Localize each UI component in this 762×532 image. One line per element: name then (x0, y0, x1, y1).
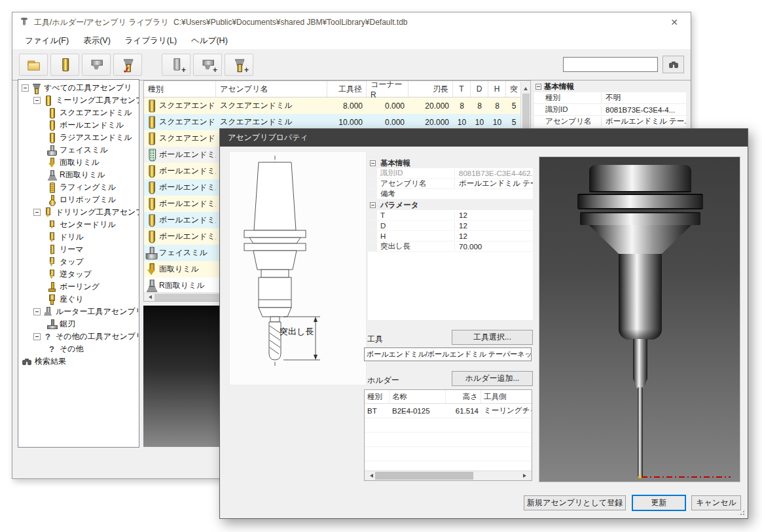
tree-item[interactable]: ラフィングミル (18, 181, 139, 194)
render-3d-panel[interactable] (539, 156, 740, 482)
tree-item[interactable]: フェイスミル (18, 144, 139, 156)
table-header[interactable]: 種別アセンブリ名工具径コーナーR刃長TDH突 (144, 81, 530, 98)
tree-item[interactable]: ボーリング (18, 281, 139, 293)
tree-item[interactable]: ラジアスエンドミル (18, 132, 139, 144)
tree-item[interactable]: R面取りミル (18, 169, 139, 181)
tree-item[interactable]: ルーター工具アセンブリ (18, 306, 139, 318)
tree-item[interactable]: 面取りミル (18, 156, 139, 169)
tree-item[interactable]: タップ (18, 256, 139, 268)
menu-item[interactable]: ライブラリ(L) (118, 33, 184, 49)
toolbar-button[interactable] (113, 54, 142, 76)
property-value[interactable]: 12 (454, 232, 533, 240)
register-new-assembly-button[interactable]: 新規アセンブリとして登録 (524, 495, 626, 510)
column-header[interactable]: 刃長 (408, 81, 453, 97)
info-section-header[interactable]: 基本情報 (534, 80, 686, 92)
scroll-thumb[interactable] (522, 94, 530, 130)
tree-expander-icon[interactable] (33, 209, 41, 216)
window-titlebar[interactable]: 工具/ホルダー/アセンブリ ライブラリ C:¥Users¥Public¥Docu… (12, 12, 691, 32)
collapse-icon[interactable] (535, 84, 541, 90)
collapse-icon[interactable] (370, 202, 376, 208)
update-button[interactable]: 更新 (632, 495, 686, 511)
dialog-titlebar[interactable]: アセンブリプロパティ (220, 129, 748, 147)
holder-row[interactable]: BT B2E4-0125 61.514 ミーリングチャック (365, 404, 532, 418)
property-row[interactable]: 基本情報 (368, 158, 533, 168)
toolbar-button[interactable] (50, 54, 79, 76)
info-row[interactable]: アセンブリ名 ボールエンドミル テー... (534, 116, 686, 128)
toolbar-button[interactable] (162, 54, 190, 76)
holder-column-header[interactable]: 高さ (446, 390, 481, 403)
menu-item[interactable]: ヘルプ(H) (184, 33, 235, 49)
collapse-icon[interactable] (370, 160, 376, 166)
close-button[interactable]: ✕ (662, 12, 687, 32)
property-value[interactable]: 12 (454, 211, 533, 219)
tree-item[interactable]: センタードリル (18, 219, 139, 231)
tree-item[interactable]: 座ぐり (18, 293, 139, 306)
holder-column-header[interactable]: 種別 (365, 390, 390, 403)
tree-expander-icon[interactable] (22, 84, 29, 92)
property-value[interactable]: 70.000 (454, 243, 533, 251)
tree-item[interactable]: ボールエンドミル (18, 119, 139, 132)
tool-field[interactable]: ボールエンドミル/ボールエンドミル テーパーネック/径(2) (364, 347, 532, 361)
toolbar-button[interactable] (19, 54, 48, 76)
property-row[interactable]: アセンブリ名 ボールエンドミル テーパ... (368, 179, 533, 189)
tree-item[interactable]: 検索結果 (18, 355, 139, 368)
tool-select-button[interactable]: 工具選択... (452, 330, 533, 345)
info-row[interactable]: 識別ID 8081B73E-C3E4-4... (534, 104, 686, 116)
property-row[interactable]: 備考 (368, 189, 533, 200)
tree-item[interactable]: ミーリング工具アセンブリ (18, 94, 139, 107)
toolbar-button[interactable] (225, 54, 253, 76)
search-input[interactable] (563, 57, 658, 72)
tree-item[interactable]: ロリポップミル (18, 194, 139, 206)
property-row[interactable]: 識別ID 8081B73E-C3E4-462... (368, 168, 533, 179)
toolbar-button[interactable] (193, 54, 222, 76)
scroll-up-icon[interactable] (524, 85, 528, 90)
info-row[interactable]: 種別 不明 (534, 92, 686, 104)
holder-table-header[interactable]: 種別名称高さ工具側 (365, 390, 532, 404)
column-header[interactable]: D (471, 81, 488, 97)
toolbar-button[interactable] (82, 54, 111, 76)
tree-item[interactable]: ドリリング工具アセンブリ (18, 206, 139, 219)
holder-column-header[interactable]: 名称 (390, 390, 446, 403)
property-value[interactable]: 8081B73E-C3E4-462... (454, 169, 533, 177)
tree-expander-icon[interactable] (33, 333, 41, 340)
scroll-left-icon[interactable] (368, 474, 373, 478)
scroll-thumb[interactable] (375, 472, 473, 480)
cancel-button[interactable]: キャンセル (691, 495, 741, 510)
tree-item[interactable]: スクエアエンドミル (18, 107, 139, 119)
property-row[interactable]: T 12 (368, 210, 533, 221)
tree-item[interactable]: すべての工具アセンブリ (18, 82, 139, 94)
column-header[interactable]: アセンブリ名 (216, 81, 327, 97)
scroll-right-icon[interactable] (523, 474, 528, 478)
scroll-left-icon[interactable] (147, 295, 152, 299)
tree-expander-icon[interactable] (33, 308, 41, 315)
tree-item[interactable]: 逆タップ (18, 268, 139, 281)
tree-item[interactable]: ドリル (18, 231, 139, 243)
holder-table-scrollbar[interactable] (365, 470, 532, 480)
column-header[interactable]: T (453, 81, 471, 97)
column-header[interactable]: H (488, 81, 506, 97)
column-header[interactable]: 突 (506, 81, 522, 97)
holder-column-header[interactable]: 工具側 (481, 390, 532, 403)
column-header[interactable]: 種別 (144, 81, 216, 97)
property-value[interactable]: ボールエンドミル テーパ... (454, 179, 533, 188)
table-row[interactable]: スクエアエンドミル スクエアエンドミル 8.000 0.000 20.000 8… (144, 98, 530, 114)
grid-gutter (368, 241, 377, 251)
tree-item[interactable]: リーマ (18, 243, 139, 256)
search-button[interactable] (662, 56, 684, 73)
tree-item[interactable]: その他 (18, 343, 139, 355)
holder-add-button[interactable]: ホルダー追加... (452, 371, 533, 386)
tool-type-icon (145, 116, 157, 128)
menu-item[interactable]: ファイル(F) (18, 33, 76, 49)
property-row[interactable]: パラメータ (368, 200, 533, 210)
tree-item[interactable]: その他の工具アセンブリ (18, 330, 139, 343)
property-row[interactable]: H 12 (368, 231, 533, 241)
property-value[interactable]: 12 (454, 222, 533, 230)
tree-expander-icon[interactable] (33, 97, 41, 104)
property-label: 突出し長 (377, 241, 454, 251)
property-row[interactable]: D 12 (368, 221, 533, 231)
column-header[interactable]: 工具径 (327, 81, 367, 97)
menu-item[interactable]: 表示(V) (76, 33, 118, 49)
column-header[interactable]: コーナーR (367, 81, 408, 97)
property-row[interactable]: 突出し長 70.000 (368, 241, 533, 252)
tree-item[interactable]: 鋸刃 (18, 318, 139, 330)
